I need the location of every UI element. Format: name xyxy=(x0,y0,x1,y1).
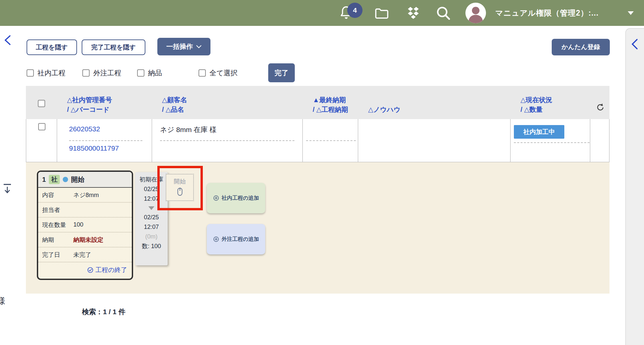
process-card-header: 1 社 開始 xyxy=(38,172,132,188)
delivery-checkbox[interactable] xyxy=(137,69,144,77)
process-card[interactable]: 1 社 開始 内容 ネジ8mm 担当者 現在数量 100 納期 納期未設定 xyxy=(37,171,133,280)
card-row-content: 内容 ネジ8mm xyxy=(38,188,132,203)
header-final-due-line1: ▲最終納期 xyxy=(313,95,358,105)
chevron-down-icon xyxy=(196,45,201,48)
internal-process-checkbox[interactable] xyxy=(27,69,34,77)
filter-select-all: 全て選択 xyxy=(199,68,238,78)
easy-register-button[interactable]: かんたん登録 xyxy=(552,39,610,55)
arrow-down-icon xyxy=(148,206,154,210)
collapse-down-icon[interactable] xyxy=(3,183,12,195)
app-header: 4 マニュアル権限（管理2）:... xyxy=(0,0,644,26)
status-badge: 社内加工中 xyxy=(514,125,564,139)
finish-process-label: 工程の終了 xyxy=(96,266,127,274)
external-process-label: 外注工程 xyxy=(93,68,121,78)
orders-table: △社内管理番号 / △バーコード △顧客名 / △品名 ▲最終納期 / △工程納… xyxy=(26,86,609,162)
start-process-button[interactable]: 開始 xyxy=(166,174,194,201)
header-process-due-line2: / △工程納期 xyxy=(313,105,358,114)
header-barcode-line2: / △バーコード xyxy=(67,105,152,114)
external-process-checkbox[interactable] xyxy=(82,69,90,77)
row-due-cell xyxy=(303,119,358,162)
row-value: 未完了 xyxy=(73,251,91,259)
header-refresh-cell xyxy=(590,86,609,119)
dropbox-icon[interactable] xyxy=(406,5,421,21)
row-select-checkbox[interactable] xyxy=(38,123,45,130)
delivery-label: 納品 xyxy=(148,68,162,78)
timeline-panel: 初期在庫 02/25 12:07 02/25 12:07 (0m) 数: 100 xyxy=(135,172,168,265)
hide-process-button[interactable]: 工程を隠す xyxy=(27,39,77,55)
divider xyxy=(69,140,142,141)
customer-item-text: ネジ 8mm 在庫 様 xyxy=(160,125,216,134)
bulk-action-label: 一括操作 xyxy=(166,42,193,51)
header-status-line1: △現在状況 xyxy=(521,95,590,105)
plus-circle-icon xyxy=(213,195,219,201)
timeline-duration: (0m) xyxy=(145,232,158,242)
row-mgmt-cell: 26020532 9185000011797 xyxy=(57,119,152,162)
process-title: 開始 xyxy=(71,175,84,184)
header-item-line2: / △品名 xyxy=(162,105,303,114)
right-side-panel xyxy=(625,28,644,345)
folder-icon[interactable] xyxy=(374,7,389,20)
header-checkbox-cell xyxy=(26,86,57,119)
finish-process-link[interactable]: 工程の終了 xyxy=(38,262,132,277)
process-type-badge: 社 xyxy=(49,175,60,184)
row-knowhow-cell xyxy=(358,119,511,162)
header-mgmt-number[interactable]: △社内管理番号 / △バーコード xyxy=(57,86,152,119)
avatar-person-icon xyxy=(465,3,486,23)
add-internal-label: 社内工程の追加 xyxy=(222,195,259,202)
barcode-link[interactable]: 9185000011797 xyxy=(69,144,119,152)
check-circle-icon xyxy=(87,267,94,273)
header-select-checkbox[interactable] xyxy=(38,100,45,107)
header-quantity-line2: / △数量 xyxy=(521,105,590,114)
user-menu-label[interactable]: マニュアル権限（管理2）:... xyxy=(495,0,599,26)
search-result-count: 検索：1 / 1 件 xyxy=(82,307,125,316)
header-customer-line1: △顧客名 xyxy=(162,95,303,105)
row-customer-cell: ネジ 8mm 在庫 様 xyxy=(152,119,303,162)
row-status-cell: 社内加工中 xyxy=(511,119,590,162)
add-external-label: 外注工程の追加 xyxy=(222,236,259,243)
timeline-title: 初期在庫 xyxy=(139,175,163,184)
card-row-completed: 完了日 未完了 xyxy=(38,247,132,262)
select-all-checkbox[interactable] xyxy=(199,69,206,77)
header-due-date[interactable]: ▲最終納期 / △工程納期 xyxy=(303,86,358,119)
table-row: 26020532 9185000011797 ネジ 8mm 在庫 様 社内加工中 xyxy=(26,119,609,162)
row-value: 100 xyxy=(73,221,83,228)
divider xyxy=(306,140,356,141)
screen: 4 マニュアル権限（管理2）:... xyxy=(0,0,644,345)
row-label: 担当者 xyxy=(42,206,73,214)
refresh-icon[interactable] xyxy=(596,103,605,114)
header-knowhow[interactable]: △ノウハウ xyxy=(358,86,511,119)
divider xyxy=(514,142,590,143)
row-value: ネジ8mm xyxy=(73,191,99,199)
row-value-alert: 納期未設定 xyxy=(73,236,103,244)
expand-panel-chevron-icon[interactable] xyxy=(630,38,639,50)
row-label: 完了日 xyxy=(42,251,73,259)
divider xyxy=(160,140,294,141)
header-mgmt-line1: △社内管理番号 xyxy=(67,95,152,105)
plus-circle-icon xyxy=(213,236,219,242)
header-status[interactable]: △現在状況 / △数量 xyxy=(511,86,590,119)
user-menu-caret-icon[interactable] xyxy=(627,11,634,15)
hide-completed-process-button[interactable]: 完了工程を隠す xyxy=(82,39,145,55)
complete-button[interactable]: 完了 xyxy=(268,63,295,82)
bulk-action-button[interactable]: 一括操作 xyxy=(157,38,210,55)
internal-process-label: 社内工程 xyxy=(38,68,65,78)
add-external-process-button[interactable]: 外注工程の追加 xyxy=(207,224,265,254)
timeline-start-date: 02/25 xyxy=(144,184,159,194)
timeline-end-date: 02/25 xyxy=(144,213,159,222)
mouse-icon xyxy=(176,187,184,197)
row-refresh-cell xyxy=(590,119,609,162)
add-internal-process-button[interactable]: 社内工程の追加 xyxy=(207,183,265,213)
notification-count-badge[interactable]: 4 xyxy=(347,3,362,18)
timeline-quantity: 数: 100 xyxy=(142,242,161,251)
filter-external-process: 外注工程 xyxy=(82,68,121,78)
row-label: 納期 xyxy=(42,236,73,244)
filter-internal-process: 社内工程 xyxy=(27,68,65,78)
mgmt-number-link[interactable]: 26020532 xyxy=(69,125,100,133)
status-dot-icon xyxy=(63,177,68,182)
card-row-due: 納期 納期未設定 xyxy=(38,233,132,247)
avatar[interactable] xyxy=(465,3,486,23)
select-all-label: 全て選択 xyxy=(209,68,238,78)
header-customer[interactable]: △顧客名 / △品名 xyxy=(152,86,303,119)
search-icon[interactable] xyxy=(436,5,451,21)
back-chevron-icon[interactable] xyxy=(3,34,12,46)
